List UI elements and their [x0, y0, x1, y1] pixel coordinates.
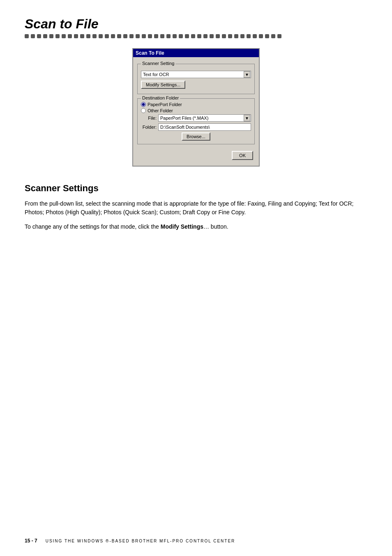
dialog-titlebar: Scan To File — [133, 49, 259, 57]
mode-dropdown-row: Text for OCR ▼ — [141, 71, 251, 78]
paperport-radio[interactable] — [141, 102, 146, 107]
scanner-settings-para1: From the pull-down list, select the scan… — [25, 199, 367, 217]
dot-divider — [25, 34, 367, 38]
file-dropdown-wrapper[interactable]: PaperPort Files (*.MAX) ▼ — [158, 114, 251, 122]
folder-field-label: Folder: — [141, 125, 157, 130]
destination-folder-label: Destination Folder — [141, 95, 180, 100]
scanner-setting-label: Scanner Setting — [141, 61, 175, 66]
dialog-content: Scanner Setting Text for OCR ▼ Modify Se… — [133, 60, 259, 166]
paperport-radio-row[interactable]: PaperPort Folder — [141, 102, 251, 107]
para2-prefix: To change any of the settings for that m… — [25, 223, 161, 230]
paperport-radio-label: PaperPort Folder — [148, 102, 182, 107]
scanner-setting-group: Scanner Setting Text for OCR ▼ Modify Se… — [137, 64, 255, 94]
file-field-label: File: — [141, 116, 157, 120]
browse-row: Browse... — [141, 132, 251, 141]
folder-field-row: Folder: — [141, 123, 251, 131]
scanner-settings-para2: To change any of the settings for that m… — [25, 222, 367, 231]
page-title: Scan to File — [25, 16, 367, 32]
ok-row: OK — [137, 148, 255, 162]
para2-suffix: … button. — [203, 223, 228, 230]
other-folder-radio[interactable] — [141, 108, 146, 113]
modify-btn-row: Modify Settings... — [141, 81, 251, 89]
folder-input[interactable] — [158, 123, 251, 131]
para2-bold: Modify Settings — [161, 223, 203, 230]
other-folder-radio-row[interactable]: Other Folder — [141, 108, 251, 113]
mode-dropdown-wrapper[interactable]: Text for OCR ▼ — [141, 71, 251, 78]
ok-button[interactable]: OK — [232, 151, 253, 160]
other-folder-radio-label: Other Folder — [148, 108, 173, 113]
footer-text: USING THE WINDOWS ®-BASED BROTHER MFL-PR… — [46, 539, 235, 543]
dialog-container: Scan To File Scanner Setting Text for OC… — [25, 48, 367, 167]
scan-to-file-dialog: Scan To File Scanner Setting Text for OC… — [132, 48, 260, 167]
browse-button[interactable]: Browse... — [182, 132, 210, 141]
mode-select[interactable]: Text for OCR — [141, 71, 251, 78]
scanner-settings-heading: Scanner Settings — [25, 183, 367, 194]
footer-page-number: 15 - 7 — [25, 538, 37, 544]
destination-folder-group: Destination Folder PaperPort Folder Othe… — [137, 98, 255, 144]
modify-settings-button[interactable]: Modify Settings... — [141, 81, 185, 89]
file-type-select[interactable]: PaperPort Files (*.MAX) — [158, 114, 251, 122]
file-field-row: File: PaperPort Files (*.MAX) ▼ — [141, 114, 251, 122]
footer: 15 - 7 USING THE WINDOWS ®-BASED BROTHER… — [0, 538, 392, 544]
